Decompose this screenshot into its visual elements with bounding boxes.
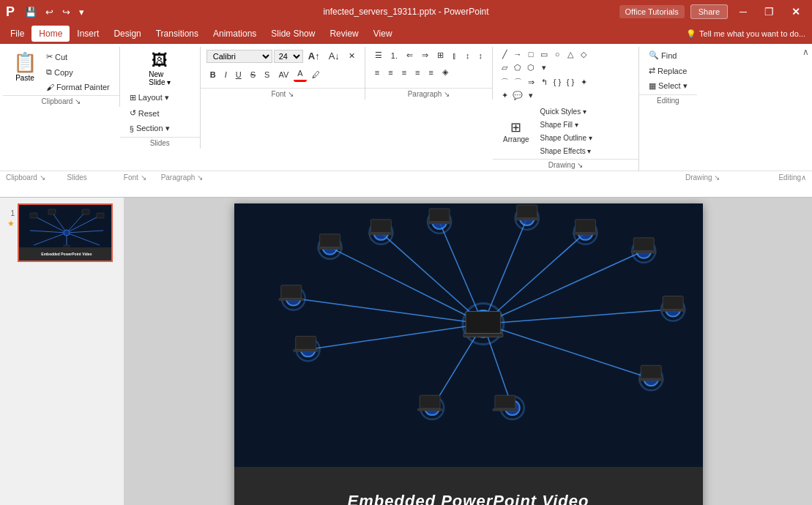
block-arrow-button[interactable]: ⇒ bbox=[525, 76, 537, 88]
convert-smartart-button[interactable]: ◈ bbox=[439, 65, 452, 79]
italic-button[interactable]: I bbox=[221, 68, 231, 81]
drawing-bottom-label: Drawing ↘ bbox=[685, 173, 720, 182]
tell-me-button[interactable]: 💡 Tell me what you want to do... bbox=[682, 27, 809, 41]
more-shapes-button[interactable]: ▾ bbox=[538, 61, 550, 73]
align-right-button[interactable]: ≡ bbox=[398, 66, 410, 79]
font-color-button[interactable]: A bbox=[294, 67, 306, 82]
triangle-button[interactable]: △ bbox=[565, 48, 576, 60]
menu-insert[interactable]: Insert bbox=[70, 26, 106, 42]
section-button[interactable]: § Section ▾ bbox=[126, 121, 174, 135]
align-text-button[interactable]: ≡ bbox=[425, 66, 437, 79]
decrease-font-button[interactable]: A↓ bbox=[325, 48, 343, 64]
svg-rect-13 bbox=[82, 209, 89, 214]
layout-button[interactable]: ⊞ Layout ▾ bbox=[126, 91, 173, 105]
hexagon-button[interactable]: ⬡ bbox=[525, 61, 537, 73]
menu-transitions[interactable]: Transitions bbox=[149, 26, 206, 42]
menu-animations[interactable]: Animations bbox=[206, 26, 264, 42]
diamond-button[interactable]: ◇ bbox=[578, 48, 589, 60]
find-button[interactable]: 🔍 Find bbox=[645, 48, 691, 62]
numbering-button[interactable]: 1. bbox=[387, 49, 401, 62]
star6-button[interactable]: ✦ bbox=[499, 89, 510, 101]
restore-button[interactable]: ❐ bbox=[759, 4, 780, 19]
bold-button[interactable]: B bbox=[206, 68, 220, 81]
rounded-rect-button[interactable]: ▭ bbox=[538, 48, 550, 60]
select-button[interactable]: ▦ Select ▾ bbox=[645, 79, 691, 93]
customize-quick-access-button[interactable]: ▾ bbox=[76, 5, 87, 19]
copy-icon: ⧉ bbox=[46, 67, 52, 77]
text-direction-button[interactable]: ↕ bbox=[475, 49, 487, 62]
increase-font-button[interactable]: A↑ bbox=[305, 48, 324, 64]
bullets-button[interactable]: ☰ bbox=[371, 48, 386, 62]
shape-effects-button[interactable]: Shape Effects ▾ bbox=[537, 145, 596, 157]
decrease-indent-button[interactable]: ⇐ bbox=[403, 48, 417, 62]
oval-button[interactable]: ○ bbox=[551, 48, 563, 60]
copy-button[interactable]: ⧉ Copy bbox=[42, 65, 113, 79]
replace-button[interactable]: ⇄ Replace bbox=[645, 64, 691, 78]
office-tutorials-button[interactable]: Office Tutorials bbox=[619, 5, 685, 18]
close-button[interactable]: ✕ bbox=[786, 4, 806, 19]
new-slide-button[interactable]: 🖼 NewSlide ▾ bbox=[126, 48, 194, 89]
align-center-button[interactable]: ≡ bbox=[384, 66, 396, 79]
save-button[interactable]: 💾 bbox=[22, 5, 40, 19]
svg-rect-71 bbox=[641, 365, 661, 378]
rect-shape-button[interactable]: □ bbox=[525, 48, 537, 60]
shape2-6-button[interactable]: { } bbox=[565, 76, 576, 88]
shape-fill-button[interactable]: Shape Fill ▾ bbox=[537, 119, 596, 131]
callout-button[interactable]: 💬 bbox=[512, 89, 524, 101]
menu-design[interactable]: Design bbox=[106, 26, 148, 42]
menu-slideshow[interactable]: Slide Show bbox=[264, 26, 322, 42]
editing-group: 🔍 Find ⇄ Replace ▦ Select ▾ Editing bbox=[639, 47, 697, 106]
char-spacing-button[interactable]: AV bbox=[275, 68, 292, 81]
star-icon: ★ bbox=[7, 219, 15, 228]
reset-button[interactable]: ↺ Reset bbox=[126, 106, 163, 120]
collapse-ribbon-button[interactable]: ∧ bbox=[802, 47, 809, 57]
menu-file[interactable]: File bbox=[3, 26, 31, 42]
curved-arrow-button[interactable]: ↰ bbox=[538, 76, 550, 88]
menu-view[interactable]: View bbox=[366, 26, 400, 42]
columns-button[interactable]: ⫿ bbox=[449, 49, 461, 62]
arrow-shape-button[interactable]: → bbox=[512, 48, 524, 60]
clipboard-bottom-label: Clipboard ↘ bbox=[6, 173, 45, 182]
shape2-1-button[interactable]: ⌒ bbox=[499, 76, 510, 88]
shape2-2-button[interactable]: ⌒ bbox=[512, 76, 524, 88]
slide-canvas[interactable]: Embedded PowerPoint Video By PresenterMe… bbox=[234, 203, 703, 505]
font-size-dropdown[interactable]: 24 bbox=[274, 50, 303, 63]
shadow-button[interactable]: S bbox=[261, 68, 273, 81]
text-highlight-button[interactable]: 🖊 bbox=[308, 68, 324, 81]
slides-panel: 1 ★ bbox=[0, 198, 124, 505]
justify-button[interactable]: ≡ bbox=[411, 66, 423, 79]
arrange-button[interactable]: ⊞ Arrange bbox=[499, 118, 534, 145]
new-slide-icon: 🖼 bbox=[152, 51, 168, 70]
smart-art-button[interactable]: ⊞ bbox=[433, 48, 447, 62]
align-left-button[interactable]: ≡ bbox=[371, 66, 383, 79]
shape2-5-button[interactable]: { } bbox=[551, 76, 563, 88]
more-shapes2-button[interactable]: ▾ bbox=[525, 89, 537, 101]
svg-rect-77 bbox=[420, 395, 440, 408]
strikethrough-button[interactable]: S bbox=[247, 68, 259, 81]
format-painter-button[interactable]: 🖌 Format Painter bbox=[42, 81, 113, 94]
font-name-dropdown[interactable]: Calibri bbox=[206, 50, 272, 63]
increase-indent-button[interactable]: ⇒ bbox=[418, 48, 432, 62]
undo-button[interactable]: ↩ bbox=[42, 5, 56, 19]
quick-styles-button[interactable]: Quick Styles ▾ bbox=[537, 105, 596, 118]
minimize-button[interactable]: ─ bbox=[734, 4, 753, 19]
paste-button[interactable]: 📋 Paste bbox=[9, 48, 41, 94]
svg-rect-75 bbox=[494, 395, 515, 408]
svg-rect-70 bbox=[660, 310, 685, 312]
svg-rect-80 bbox=[278, 299, 303, 301]
star5-button[interactable]: ✦ bbox=[578, 76, 589, 88]
underline-button[interactable]: U bbox=[232, 68, 245, 81]
redo-button[interactable]: ↪ bbox=[59, 5, 73, 19]
cut-button[interactable]: ✂ Cut bbox=[42, 50, 113, 64]
share-button[interactable]: Share bbox=[690, 4, 728, 19]
svg-rect-73 bbox=[466, 312, 501, 334]
menu-review[interactable]: Review bbox=[322, 26, 365, 42]
clear-format-button[interactable]: ✕ bbox=[345, 49, 359, 63]
line-shape-button[interactable]: ╱ bbox=[499, 48, 510, 60]
parallelogram-button[interactable]: ▱ bbox=[499, 61, 510, 73]
pentagon-button[interactable]: ⬠ bbox=[512, 61, 524, 73]
shape-outline-button[interactable]: Shape Outline ▾ bbox=[537, 132, 596, 144]
line-spacing-button[interactable]: ↕ bbox=[462, 49, 474, 62]
slide-thumbnail-1[interactable]: Embedded PowerPoint Video bbox=[18, 203, 113, 262]
menu-home[interactable]: Home bbox=[31, 26, 70, 42]
